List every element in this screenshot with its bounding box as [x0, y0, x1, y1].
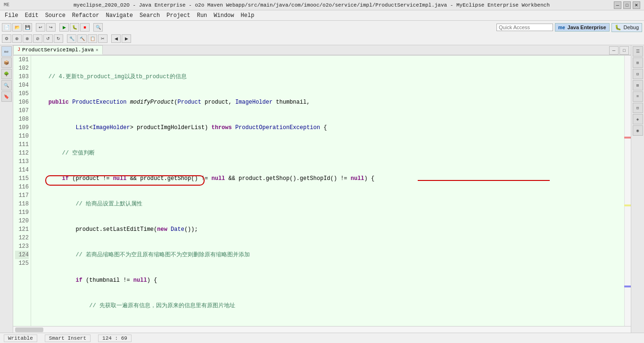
toolbar-row1: 📄 📂 💾 ↩ ↪ ▶ 🐛 ■ 🔍 me Java Enterprise 🐛 D…	[2, 23, 642, 32]
writable-status[interactable]: Writable	[4, 335, 37, 342]
debug-label: Debug	[624, 24, 639, 30]
tb-redo-button[interactable]: ↪	[46, 23, 56, 32]
menu-edit[interactable]: Edit	[22, 11, 41, 20]
sidebar-icon-hierarchy[interactable]: 🌳	[1, 69, 12, 79]
menu-refactor[interactable]: Refactor	[69, 11, 102, 20]
menu-run[interactable]: Run	[194, 11, 210, 20]
tab-close-button[interactable]: ✕	[96, 47, 99, 53]
editor-container[interactable]: 101 102 103 104 105 106 107 108 109 110 …	[13, 56, 631, 326]
tb-btn-r2-5[interactable]: ↺	[43, 34, 53, 43]
tab-filename: ProductServiceImpl.java	[22, 47, 94, 53]
sidebar-icon-bookmark[interactable]: 🔖	[1, 91, 12, 102]
gutter-marker-1	[624, 137, 631, 139]
tb-btn-r2-2[interactable]: ⊕	[12, 34, 22, 43]
tb-btn-r2-8[interactable]: 🔨	[77, 34, 87, 43]
editor-tab-productserviceimpl[interactable]: J ProductServiceImpl.java ✕	[13, 45, 103, 55]
tb-btn-r2-9[interactable]: 📋	[88, 34, 97, 43]
close-button[interactable]: ✕	[633, 1, 640, 9]
line-numbers: 101 102 103 104 105 106 107 108 109 110 …	[13, 56, 31, 326]
tb-forward-button[interactable]: ▶	[122, 34, 131, 43]
tb-new-button[interactable]: 📄	[2, 23, 11, 32]
right-sidebar-icon-8[interactable]: ◉	[633, 125, 643, 136]
right-scroll-gutter[interactable]	[624, 56, 631, 326]
editor-area: J ProductServiceImpl.java ✕ ─ □ 101 102 …	[13, 45, 631, 333]
menu-bar: File Edit Source Refactor Navigate Searc…	[0, 10, 644, 21]
sidebar-icon-package[interactable]: 📦	[1, 57, 12, 68]
tb-btn-r2-10[interactable]: ✂	[98, 34, 107, 43]
insert-mode-status[interactable]: Smart Insert	[45, 335, 91, 342]
debug-perspective-button[interactable]: 🐛 Debug	[611, 23, 642, 32]
title-bar-icon: ME	[4, 2, 9, 8]
tb-btn-r2-1[interactable]: ⚙	[2, 34, 11, 43]
right-sidebar-icon-2[interactable]: ⊞	[633, 57, 643, 68]
menu-file[interactable]: File	[2, 11, 21, 20]
minimize-button[interactable]: ─	[614, 1, 621, 9]
tb-back-button[interactable]: ◀	[111, 34, 121, 43]
tab-minimize-button[interactable]: ─	[609, 46, 619, 55]
sidebar-icon-1[interactable]: me	[1, 46, 12, 57]
menu-search[interactable]: Search	[137, 11, 163, 20]
right-sidebar-icon-6[interactable]: ⊡	[633, 103, 643, 113]
java-enterprise-perspective-button[interactable]: me Java Enterprise	[555, 23, 609, 32]
left-sidebar: me 📦 🌳 🔍 🔖	[0, 45, 13, 333]
code-line-105: if (product != null && product.getShop()…	[35, 174, 620, 183]
code-line-102: public ProductExecution modifyProduct(Pr…	[35, 98, 620, 106]
right-sidebar-icon-4[interactable]: ⊠	[633, 80, 643, 90]
right-sidebar-icon-7[interactable]: ◈	[633, 114, 643, 124]
tb-stop-button[interactable]: ■	[80, 23, 90, 32]
me-icon: me	[558, 25, 565, 30]
debug-icon: 🐛	[615, 24, 621, 30]
tb-run-button[interactable]: ▶	[59, 23, 69, 32]
menu-navigate[interactable]: Navigate	[103, 11, 136, 20]
workspace: me 📦 🌳 🔍 🔖 J ProductServiceImpl.java ✕ ─…	[0, 45, 644, 333]
tb-save-button[interactable]: 💾	[23, 23, 32, 32]
status-bar: Writable Smart Insert 124 : 69	[0, 333, 644, 343]
tb-undo-button[interactable]: ↩	[36, 23, 45, 32]
code-line-103: List<ImageHolder> productImgHolderList) …	[35, 123, 620, 132]
gutter-marker-3	[624, 286, 631, 287]
right-sidebar-icon-1[interactable]: ☰	[633, 46, 643, 57]
sidebar-icon-search[interactable]: 🔍	[1, 80, 12, 90]
tb-open-button[interactable]: 📂	[12, 23, 22, 32]
tab-bar: J ProductServiceImpl.java ✕ ─ □	[13, 45, 631, 56]
title-bar-controls: ─ □ ✕	[614, 1, 640, 9]
gutter-marker-2	[624, 204, 631, 206]
tb-btn-r2-6[interactable]: ↻	[54, 34, 63, 43]
right-sidebar-icon-5[interactable]: ≡	[633, 91, 643, 102]
code-line-107: product.setLastEditTime(new Date());	[35, 225, 620, 234]
tb-btn-r2-4[interactable]: ⊘	[33, 34, 42, 43]
quick-access-input[interactable]	[496, 24, 553, 31]
title-bar-title: myeclipse_2020_O2O - Java Enterprise - o…	[9, 2, 614, 8]
java-enterprise-label: Java Enterprise	[568, 24, 606, 30]
toolbar-row2: ⚙ ⊕ ⊗ ⊘ ↺ ↻ 🔧 🔨 📋 ✂ ◀ ▶	[2, 34, 642, 43]
code-line-104: // 空值判断	[35, 149, 620, 157]
tb-btn-r2-3[interactable]: ⊗	[23, 34, 32, 43]
code-line-101: // 4.更新tb_product_img以及tb_product的信息	[35, 73, 620, 81]
code-line-108: // 若商品缩略图不为空且原有缩略图不为空则删除原有缩略图并添加	[35, 251, 620, 259]
menu-project[interactable]: Project	[164, 11, 193, 20]
h-scroll-thumb[interactable]	[15, 327, 43, 332]
tb-btn-r2-7[interactable]: 🔧	[67, 34, 76, 43]
tab-maximize-button[interactable]: □	[619, 46, 629, 55]
tb-debug-button[interactable]: 🐛	[70, 23, 79, 32]
code-line-110: // 先获取一遍原有信息，因为原来的信息里有原图片地址	[35, 302, 620, 310]
menu-source[interactable]: Source	[42, 11, 68, 20]
horizontal-scrollbar[interactable]	[13, 326, 631, 333]
tb-search-button[interactable]: 🔍	[93, 23, 103, 32]
tab-icon: J	[17, 47, 20, 52]
maximize-button[interactable]: □	[623, 1, 631, 9]
menu-window[interactable]: Window	[211, 11, 237, 20]
right-sidebar-icon-3[interactable]: ⊟	[633, 69, 643, 79]
menu-help[interactable]: Help	[238, 11, 257, 20]
title-bar: ME myeclipse_2020_O2O - Java Enterprise …	[0, 0, 644, 10]
code-line-109: if (thumbnail != null) {	[35, 276, 620, 285]
code-editor[interactable]: // 4.更新tb_product_img以及tb_product的信息 pub…	[31, 56, 624, 326]
right-sidebar: ☰ ⊞ ⊟ ⊠ ≡ ⊡ ◈ ◉	[631, 45, 644, 333]
cursor-position-status: 124 : 69	[98, 335, 132, 342]
toolbar-area: 📄 📂 💾 ↩ ↪ ▶ 🐛 ■ 🔍 me Java Enterprise 🐛 D…	[0, 21, 644, 45]
code-line-106: // 给商品设置上默认属性	[35, 200, 620, 208]
